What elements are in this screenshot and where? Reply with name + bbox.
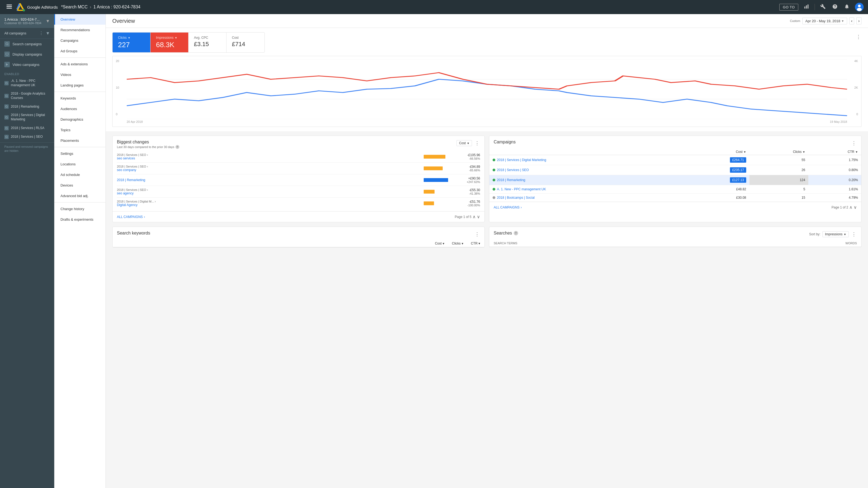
chart-x-labels: 20 Apr 2018 19 May 2018 bbox=[127, 120, 847, 123]
sidebar-item-analytics[interactable]: 2018 - Google Analytics Courses bbox=[0, 90, 54, 102]
impressions-sort-button[interactable]: Impressions ▼ bbox=[823, 231, 849, 237]
nav-settings[interactable]: Settings bbox=[54, 148, 105, 159]
nav-change-history[interactable]: Change history bbox=[54, 204, 105, 214]
search-keywords-title: Search keywords bbox=[117, 231, 150, 236]
all-campaigns-label: All campaigns bbox=[4, 31, 26, 35]
col-ctr-header[interactable]: CTR ▼ bbox=[808, 149, 861, 155]
hamburger-button[interactable] bbox=[4, 3, 14, 12]
chart-more-button[interactable]: ⋮ bbox=[856, 33, 862, 40]
question-icon-button[interactable] bbox=[831, 3, 839, 12]
sidebar-item-ppc[interactable]: .A. 1. New - PPC management UK bbox=[0, 77, 54, 90]
clicks-card[interactable]: Clicks ▼ 227 bbox=[113, 33, 151, 52]
sidebar-item-seo[interactable]: 2018 | Services | SEO bbox=[0, 133, 54, 141]
campaign-link[interactable]: 2018 | Remarketing bbox=[497, 178, 525, 182]
svg-rect-9 bbox=[806, 5, 807, 8]
sort-dropdown-icon: ▼ bbox=[467, 142, 469, 145]
nav-audiences[interactable]: Audiences bbox=[54, 104, 105, 114]
sidebar-item-remarketing[interactable]: 2018 | Remarketing bbox=[0, 102, 54, 111]
change-pct: -66.56% bbox=[458, 157, 480, 160]
breadcrumb-search-mcc[interactable]: *Search MCC bbox=[61, 5, 88, 9]
expand-button[interactable]: ▼ bbox=[45, 31, 50, 36]
nav-ad-schedule[interactable]: Ad schedule bbox=[54, 169, 105, 180]
sidebar-item-display-campaigns[interactable]: Display campaigns bbox=[0, 49, 54, 59]
account-chevron-icon: ▼ bbox=[45, 19, 50, 24]
page-up-button[interactable]: ∧ bbox=[849, 205, 852, 210]
sidebar-item-search-campaigns[interactable]: Search campaigns bbox=[0, 39, 54, 49]
searches-more-button[interactable]: ⋮ bbox=[851, 231, 857, 238]
all-campaigns-link[interactable]: ALL CAMPAIGNS › bbox=[117, 215, 145, 219]
campaigns-all-link[interactable]: ALL CAMPAIGNS › bbox=[494, 205, 522, 209]
sidebar-item-rlsa[interactable]: 2018 | Services | RLSA bbox=[0, 124, 54, 133]
stats-section: Clicks ▼ 227 Impressions ▼ 68.3K Avg. C bbox=[106, 28, 868, 131]
campaign-link[interactable]: 2018 | Services | Digital Marketing bbox=[497, 158, 546, 162]
clicks-label: Clicks ▼ bbox=[118, 36, 145, 40]
cost-col-sort[interactable]: Cost ▼ bbox=[429, 241, 445, 246]
campaign-status-dot bbox=[493, 178, 495, 182]
nav-recommendations[interactable]: Recommendations bbox=[54, 25, 105, 35]
page-down-button[interactable]: ∨ bbox=[477, 214, 480, 219]
impressions-label: Impressions ▼ bbox=[156, 36, 183, 40]
date-dropdown-icon: ▼ bbox=[841, 20, 844, 23]
nav-ad-groups[interactable]: Ad Groups bbox=[54, 46, 105, 56]
sidebar-item-video-campaigns[interactable]: Video campaigns bbox=[0, 59, 54, 70]
sidebar-item-digital-marketing[interactable]: 2018 | Services | Digital Marketing bbox=[0, 111, 54, 124]
campaign-digital-label: 2018 | Services | Digital Marketing bbox=[11, 113, 51, 122]
change-link[interactable]: seo company bbox=[117, 168, 422, 172]
nav-devices[interactable]: Devices bbox=[54, 180, 105, 191]
ctr-col-sort[interactable]: CTR ▾ bbox=[464, 241, 480, 246]
changes-more-button[interactable]: ⋮ bbox=[474, 140, 480, 147]
date-prev-button[interactable]: ‹ bbox=[849, 18, 855, 24]
campaign-name-cell: 2018 | Remarketing bbox=[489, 175, 678, 185]
page-header: Overview Custom Apr 20 - May 19, 2018 ▼ … bbox=[106, 14, 868, 28]
nav-campaigns[interactable]: Campaigns bbox=[54, 35, 105, 46]
account-header[interactable]: 1 Anicca : 920-624-7... Customer ID: 920… bbox=[0, 14, 54, 28]
date-range-text: Apr 20 - May 19, 2018 bbox=[805, 19, 840, 23]
nav-ads-extensions[interactable]: Ads & extensions bbox=[54, 59, 105, 69]
nav-overview[interactable]: Overview bbox=[54, 14, 105, 25]
clicks-col-sort[interactable]: Clicks ▼ bbox=[445, 241, 464, 246]
change-link[interactable]: seo agency bbox=[117, 191, 422, 195]
campaign-link[interactable]: A. 1. New - PPC management UK bbox=[497, 187, 546, 191]
all-campaigns-row[interactable]: All campaigns ⋮ ▼ bbox=[0, 28, 54, 39]
cost-sort-button[interactable]: Cost ▼ bbox=[457, 140, 472, 146]
svg-rect-10 bbox=[807, 4, 808, 8]
nav-locations[interactable]: Locations bbox=[54, 159, 105, 169]
col-clicks-header[interactable]: Clicks ▼ bbox=[749, 149, 809, 155]
campaign-link[interactable]: 2018 | Services | SEO bbox=[497, 168, 529, 172]
more-options-button[interactable]: ⋮ bbox=[39, 31, 43, 36]
date-next-button[interactable]: › bbox=[856, 18, 862, 24]
change-amount: -£51.76 bbox=[458, 200, 480, 204]
change-link[interactable]: Digital Agency bbox=[117, 203, 422, 207]
chart-icon-button[interactable] bbox=[803, 3, 810, 12]
svg-point-18 bbox=[5, 95, 7, 97]
nav-advanced-bid[interactable]: Advanced bid adj. bbox=[54, 191, 105, 201]
avatar[interactable] bbox=[855, 3, 864, 11]
campaign-remarketing-label: 2018 | Remarketing bbox=[11, 105, 39, 109]
nav-landing-pages[interactable]: Landing pages bbox=[54, 80, 105, 91]
date-range-button[interactable]: Apr 20 - May 19, 2018 ▼ bbox=[802, 18, 847, 24]
nav-topics[interactable]: Topics bbox=[54, 125, 105, 135]
svg-point-19 bbox=[5, 106, 7, 108]
page-up-button[interactable]: ∧ bbox=[472, 214, 476, 219]
col-grow-space bbox=[117, 241, 429, 246]
change-link[interactable]: 2018 | Remarketing bbox=[117, 178, 422, 182]
nav-drafts[interactable]: Drafts & experiments bbox=[54, 214, 105, 225]
cost-cell: £127.13 bbox=[678, 175, 749, 185]
page-down-button[interactable]: ∨ bbox=[854, 205, 857, 210]
secondary-nav: Overview Recommendations Campaigns Ad Gr… bbox=[54, 14, 106, 488]
nav-videos[interactable]: Videos bbox=[54, 69, 105, 80]
impressions-card[interactable]: Impressions ▼ 68.3K bbox=[151, 33, 188, 52]
change-link[interactable]: seo services bbox=[117, 156, 422, 160]
campaigns-more-button[interactable]: ⋮ bbox=[851, 140, 857, 147]
nav-placements[interactable]: Placements bbox=[54, 135, 105, 146]
campaign-link[interactable]: 2018 | Bootcamps | Social bbox=[497, 196, 535, 199]
wrench-icon-button[interactable] bbox=[819, 3, 827, 12]
nav-keywords[interactable]: Keywords bbox=[54, 93, 105, 104]
col-cost-header[interactable]: Cost ▼ bbox=[678, 149, 749, 155]
breadcrumb-account[interactable]: 1 Anicca : 920-624-7834 bbox=[93, 5, 140, 9]
bell-icon-button[interactable] bbox=[843, 3, 850, 12]
goto-button[interactable]: GO TO bbox=[779, 4, 798, 10]
search-keywords-more-button[interactable]: ⋮ bbox=[474, 231, 480, 238]
nav-demographics[interactable]: Demographics bbox=[54, 114, 105, 125]
campaign-bullet-icon bbox=[4, 115, 9, 120]
